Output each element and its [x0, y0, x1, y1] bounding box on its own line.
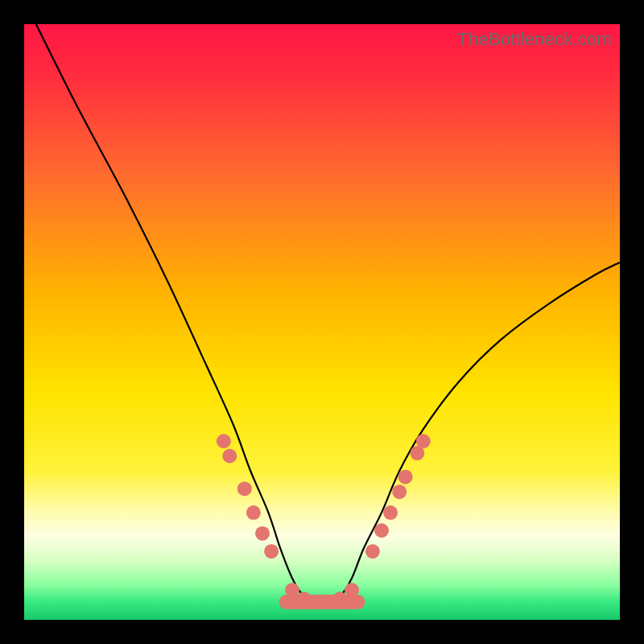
curve-marker: [222, 449, 237, 464]
curve-marker: [416, 434, 431, 448]
curve-marker: [398, 469, 413, 484]
curve-marker: [383, 506, 398, 520]
bottleneck-curve: [36, 24, 620, 602]
curve-marker: [374, 523, 389, 538]
watermark-text: TheBottleneck.com: [457, 29, 612, 50]
chart-stage: TheBottleneck.com: [0, 0, 644, 644]
curve-marker: [246, 506, 261, 520]
curve-marker: [237, 481, 252, 496]
curve-marker: [365, 544, 380, 559]
curve-marker: [345, 583, 359, 597]
plot-area: TheBottleneck.com: [24, 24, 620, 620]
curve-marker: [255, 526, 270, 541]
curve-marker: [392, 485, 407, 499]
curve-marker: [332, 592, 347, 606]
chart-svg: [24, 24, 620, 620]
curve-marker: [264, 544, 279, 559]
curve-markers: [217, 434, 431, 609]
curve-marker: [285, 583, 299, 597]
curve-marker: [217, 434, 231, 448]
